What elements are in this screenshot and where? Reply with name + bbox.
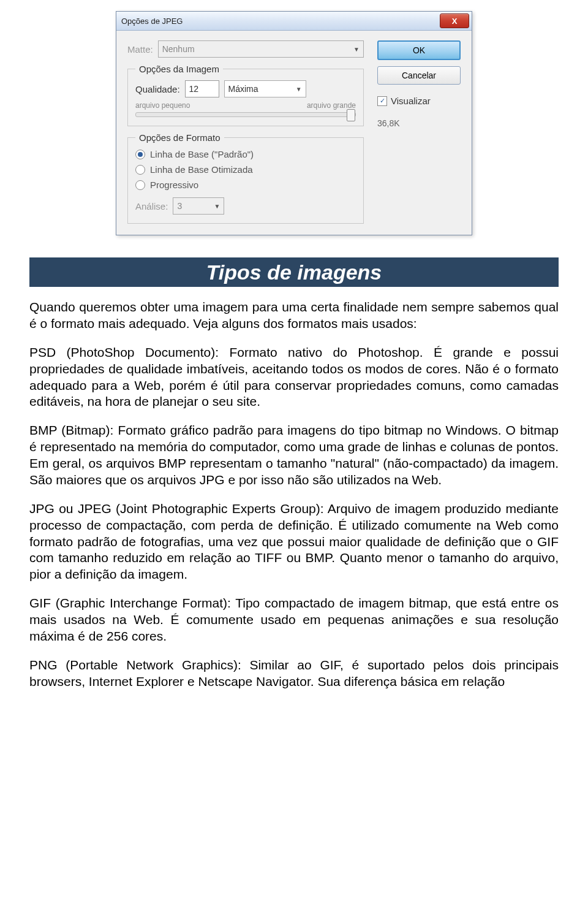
paragraph-jpg: JPG ou JPEG (Joint Photographic Experts … [29, 501, 559, 583]
radio-baseline-optimized[interactable]: Linha de Base Otimizada [135, 164, 356, 175]
section-title-bar: Tipos de imagens [29, 257, 559, 287]
paragraph-psd: PSD (PhotoShop Documento): Formato nativ… [29, 345, 559, 411]
radio-baseline-standard[interactable]: Linha de Base ("Padrão") [135, 149, 356, 159]
image-options-legend: Opções da Imagem [135, 64, 223, 74]
chevron-down-icon: ▼ [296, 86, 302, 93]
chevron-down-icon: ▼ [214, 203, 220, 210]
close-button[interactable]: X [440, 13, 469, 28]
scans-dropdown: 3 ▼ [173, 197, 224, 215]
format-options-legend: Opções de Formato [135, 132, 224, 143]
radio-icon [135, 180, 145, 190]
ok-button[interactable]: OK [377, 40, 461, 60]
section-title: Tipos de imagens [36, 261, 552, 284]
radio-icon [135, 165, 145, 175]
quality-preset-dropdown[interactable]: Máxima ▼ [224, 80, 306, 97]
titlebar[interactable]: Opções de JPEG X [116, 12, 472, 31]
format-options-group: Opções de Formato Linha de Base ("Padrão… [127, 132, 364, 224]
window-title: Opções de JPEG [121, 17, 183, 26]
slider-label-large: arquivo grande [307, 101, 356, 110]
quality-label: Qualidade: [135, 84, 180, 94]
quality-input[interactable]: 12 [185, 80, 219, 97]
radio-icon [135, 150, 145, 159]
matte-dropdown[interactable]: Nenhum ▼ [158, 40, 364, 58]
radio-progressive[interactable]: Progressivo [135, 180, 356, 190]
jpeg-options-dialog: Opções de JPEG X Matte: Nenhum ▼ Opções … [116, 11, 472, 235]
scans-label: Análise: [135, 201, 168, 211]
paragraph-png: PNG (Portable Network Graphics): Similar… [29, 657, 559, 690]
paragraph-gif: GIF (Graphic Interchange Format): Tipo c… [29, 595, 559, 645]
cancel-button[interactable]: Cancelar [377, 66, 461, 85]
paragraph-intro: Quando queremos obter uma imagem para um… [29, 299, 559, 332]
quality-preset-value: Máxima [228, 84, 258, 94]
preview-label: Visualizar [391, 96, 431, 106]
preview-checkbox[interactable]: ✓ Visualizar [377, 96, 461, 106]
filesize-label: 36,8K [377, 118, 461, 128]
chevron-down-icon: ▼ [353, 46, 360, 53]
slider-thumb[interactable] [347, 109, 355, 121]
slider-label-small: arquivo pequeno [135, 101, 190, 110]
matte-value: Nenhum [162, 44, 195, 54]
matte-label: Matte: [127, 44, 153, 55]
paragraph-bmp: BMP (Bitmap): Formato gráfico padrão par… [29, 422, 559, 489]
image-options-group: Opções da Imagem Qualidade: 12 Máxima ▼ … [127, 64, 364, 126]
checkbox-icon: ✓ [377, 96, 387, 106]
article: Tipos de imagens Quando queremos obter u… [0, 235, 588, 727]
scans-value: 3 [177, 201, 182, 211]
quality-slider[interactable] [135, 112, 356, 117]
